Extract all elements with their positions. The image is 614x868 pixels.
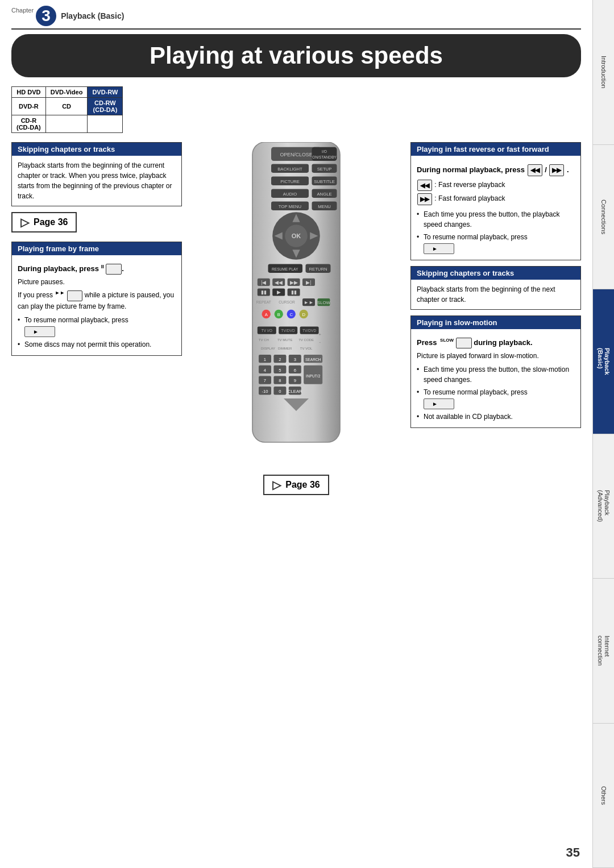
svg-text:8: 8: [279, 378, 281, 383]
chapter-label: Chapter: [11, 7, 34, 14]
fast-box-title: Playing in fast reverse or fast forward: [411, 143, 580, 156]
page-ref-bottom-label: Page 36: [285, 480, 320, 490]
disc-dvdrw: DVD-RW: [88, 87, 123, 98]
svg-text:TV CH: TV CH: [259, 338, 269, 342]
tab-others[interactable]: Others: [593, 724, 614, 869]
chapter-title: Playback (Basic): [61, 11, 124, 20]
disc-empty1: [45, 115, 88, 133]
svg-text:TV VOL: TV VOL: [300, 347, 313, 350]
tab-playback-basic[interactable]: Playback(Basic): [593, 289, 614, 434]
svg-text:1: 1: [264, 357, 266, 362]
svg-text:OPEN/CLOSE: OPEN/CLOSE: [280, 152, 312, 157]
tab-introduction[interactable]: Introduction: [593, 0, 614, 145]
svg-text:RETURN: RETURN: [309, 267, 327, 272]
fast-box-content: During normal playback, press ◀◀ / ▶▶ . …: [411, 156, 580, 260]
svg-text:SUBTITLE: SUBTITLE: [314, 179, 335, 184]
svg-text:-: -: [320, 339, 321, 344]
svg-text:I/O: I/O: [322, 149, 327, 153]
disc-hddvd: HD DVD: [12, 87, 46, 98]
svg-text:DIMMER: DIMMER: [278, 347, 292, 350]
slow-desc1: Picture is played forward in slow-motion…: [417, 351, 575, 361]
main-content: Chapter 3 Playback (Basic) Playing at va…: [0, 0, 592, 868]
slow-bullet2: To resume normal playback, press ►: [417, 387, 575, 409]
rewind-icon: ◀◀: [528, 164, 542, 176]
svg-text:6: 6: [294, 368, 296, 373]
page-number: 35: [566, 845, 580, 860]
svg-text:MENU: MENU: [318, 204, 331, 209]
page-title: Playing at various speeds: [150, 42, 443, 69]
svg-text:4: 4: [264, 368, 267, 373]
svg-text:BACKLIGHT: BACKLIGHT: [277, 167, 302, 172]
svg-text:▶: ▶: [277, 289, 281, 295]
svg-text:AUDIO: AUDIO: [283, 192, 297, 197]
svg-text:+: +: [319, 332, 322, 337]
skipping-box-left-content: Playback starts from the beginning of th…: [12, 156, 181, 206]
svg-text:▶▶: ▶▶: [290, 280, 298, 285]
remote-svg: OPEN/CLOSE I/O ON/STANDBY BACKLIGHT SETU…: [234, 142, 359, 467]
fast-playback-box: Playing in fast reverse or fast forward …: [410, 142, 581, 260]
svg-text:▶|: ▶|: [306, 280, 311, 285]
content-row: Skipping chapters or tracks Playback sta…: [11, 142, 581, 500]
chapter-header: Chapter 3 Playback (Basic): [11, 6, 581, 30]
center-panel: OPEN/CLOSE I/O ON/STANDBY BACKLIGHT SETU…: [188, 142, 405, 500]
fast-press-line: During normal playback, press ◀◀ / ▶▶ .: [417, 164, 575, 177]
svg-text:5: 5: [279, 368, 281, 373]
svg-text:SLOW: SLOW: [317, 300, 330, 305]
svg-text:A: A: [265, 312, 268, 317]
slow-box-title: Playing in slow-motion: [411, 316, 580, 329]
svg-text:SETUP: SETUP: [317, 167, 332, 172]
frame-by-frame-box: Playing frame by frame During playback, …: [11, 242, 182, 356]
frame-desc1: Picture pauses.: [18, 277, 176, 287]
svg-text:0: 0: [279, 389, 281, 394]
svg-text:DISPLAY: DISPLAY: [261, 347, 275, 350]
slow-bullet1: Each time you press the button, the slow…: [417, 364, 575, 385]
svg-text:3: 3: [294, 357, 296, 362]
frame-desc2: If you press ►► while a picture is pause…: [18, 289, 176, 311]
svg-text:ON/STANDBY: ON/STANDBY: [312, 155, 337, 159]
page-ref-top-arrow: ▷: [20, 215, 29, 229]
slow-key: [456, 338, 472, 348]
svg-text:2: 2: [279, 357, 281, 362]
page-ref-top-label: Page 36: [34, 217, 68, 227]
svg-text:C: C: [289, 312, 293, 317]
disc-cdr: CD-R(CD-DA): [12, 115, 46, 133]
svg-text:SEARCH: SEARCH: [305, 358, 321, 362]
slow-motion-box: Playing in slow-motion Press SLOW during…: [410, 315, 581, 428]
svg-text:-10: -10: [262, 389, 268, 394]
fast-bullet1: Each time you press the button, the play…: [417, 209, 575, 230]
svg-text:TV/DVD: TV/DVD: [281, 329, 295, 333]
disc-empty2: [88, 115, 123, 133]
svg-text:7: 7: [264, 378, 266, 383]
svg-text:TV I/O: TV I/O: [262, 329, 272, 333]
disc-format-table: HD DVD DVD-Video DVD-RW DVD-R CD CD-RW(C…: [11, 86, 123, 133]
frame-box-title: Playing frame by frame: [12, 242, 181, 255]
resume-btn-2: ►: [424, 243, 454, 254]
skipping-box-left-title: Skipping chapters or tracks: [12, 143, 181, 156]
step-forward-key: [67, 290, 83, 301]
svg-text:CLEAR: CLEAR: [288, 389, 302, 394]
tab-internet-connection[interactable]: Internetconnection: [593, 579, 614, 724]
svg-text:►►: ►►: [304, 300, 313, 305]
svg-text:TOP MENU: TOP MENU: [279, 204, 301, 209]
page-ref-bottom: ▷ Page 36: [263, 475, 329, 495]
svg-text:TV MUTE: TV MUTE: [277, 338, 293, 342]
tab-connections[interactable]: Connections: [593, 145, 614, 290]
fastforward-icon: ▶▶: [549, 164, 564, 176]
resume-btn-3: ►: [424, 398, 454, 409]
reverse-label: ◀◀ : Fast reverse playback: [417, 179, 575, 192]
page-title-container: Playing at various speeds: [11, 34, 581, 77]
tab-playback-advanced[interactable]: Playback(Advanced): [593, 434, 614, 579]
forward-label: ▶▶ : Fast forward playback: [417, 193, 575, 206]
svg-text:INPUT/2: INPUT/2: [306, 374, 321, 378]
svg-text:TV/DVD: TV/DVD: [302, 329, 316, 333]
side-tabs: Introduction Connections Playback(Basic)…: [592, 0, 614, 868]
skipping-box-right: Skipping chapters or tracks Playback sta…: [410, 266, 581, 310]
svg-text:B: B: [277, 312, 280, 317]
skipping-box-left: Skipping chapters or tracks Playback sta…: [11, 142, 182, 206]
slow-box-content: Press SLOW during playback. Picture is p…: [411, 329, 580, 427]
right-panel: Playing in fast reverse or fast forward …: [410, 142, 581, 434]
svg-text:CURSOR: CURSOR: [279, 300, 295, 304]
during-playback-press: During playback, press II .: [18, 263, 176, 275]
svg-text:D: D: [302, 312, 305, 317]
page-ref-bottom-arrow: ▷: [272, 478, 281, 492]
